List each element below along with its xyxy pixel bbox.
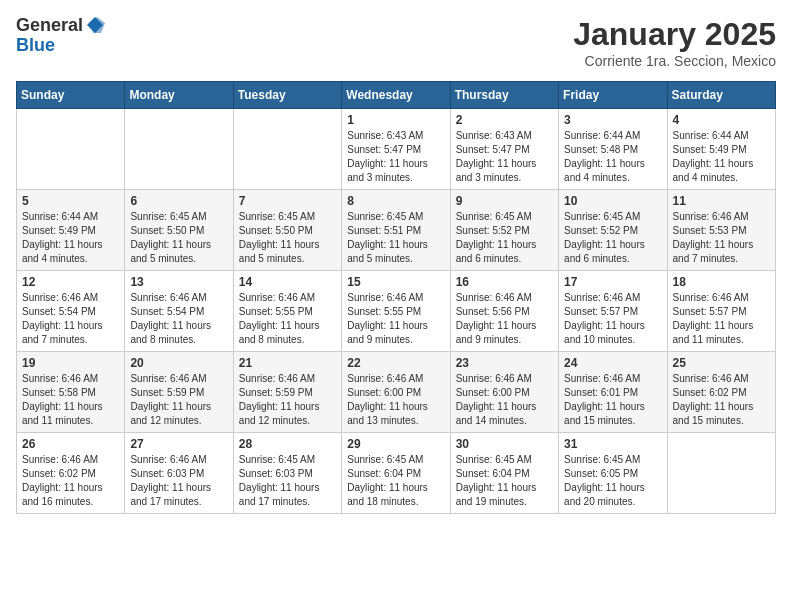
calendar-day-cell: 4Sunrise: 6:44 AMSunset: 5:49 PMDaylight…	[667, 109, 775, 190]
calendar-day-cell: 23Sunrise: 6:46 AMSunset: 6:00 PMDayligh…	[450, 352, 558, 433]
day-number: 30	[456, 437, 553, 451]
day-info: Sunrise: 6:46 AMSunset: 6:00 PMDaylight:…	[347, 372, 444, 428]
calendar-day-cell: 25Sunrise: 6:46 AMSunset: 6:02 PMDayligh…	[667, 352, 775, 433]
calendar-day-cell: 31Sunrise: 6:45 AMSunset: 6:05 PMDayligh…	[559, 433, 667, 514]
calendar-day-cell: 7Sunrise: 6:45 AMSunset: 5:50 PMDaylight…	[233, 190, 341, 271]
day-number: 9	[456, 194, 553, 208]
day-info: Sunrise: 6:46 AMSunset: 5:59 PMDaylight:…	[239, 372, 336, 428]
day-number: 6	[130, 194, 227, 208]
day-info: Sunrise: 6:45 AMSunset: 5:51 PMDaylight:…	[347, 210, 444, 266]
day-info: Sunrise: 6:46 AMSunset: 5:54 PMDaylight:…	[22, 291, 119, 347]
calendar-day-cell: 30Sunrise: 6:45 AMSunset: 6:04 PMDayligh…	[450, 433, 558, 514]
day-info: Sunrise: 6:46 AMSunset: 6:01 PMDaylight:…	[564, 372, 661, 428]
day-number: 18	[673, 275, 770, 289]
calendar-day-cell	[125, 109, 233, 190]
day-of-week-header: Monday	[125, 82, 233, 109]
calendar-day-cell: 17Sunrise: 6:46 AMSunset: 5:57 PMDayligh…	[559, 271, 667, 352]
day-number: 1	[347, 113, 444, 127]
calendar-week-row: 12Sunrise: 6:46 AMSunset: 5:54 PMDayligh…	[17, 271, 776, 352]
day-number: 8	[347, 194, 444, 208]
day-info: Sunrise: 6:46 AMSunset: 5:54 PMDaylight:…	[130, 291, 227, 347]
day-number: 29	[347, 437, 444, 451]
calendar-header-row: SundayMondayTuesdayWednesdayThursdayFrid…	[17, 82, 776, 109]
calendar-day-cell: 1Sunrise: 6:43 AMSunset: 5:47 PMDaylight…	[342, 109, 450, 190]
day-info: Sunrise: 6:45 AMSunset: 5:52 PMDaylight:…	[456, 210, 553, 266]
calendar-day-cell: 18Sunrise: 6:46 AMSunset: 5:57 PMDayligh…	[667, 271, 775, 352]
day-number: 22	[347, 356, 444, 370]
day-info: Sunrise: 6:46 AMSunset: 5:57 PMDaylight:…	[564, 291, 661, 347]
calendar-day-cell	[233, 109, 341, 190]
calendar-day-cell	[667, 433, 775, 514]
day-info: Sunrise: 6:43 AMSunset: 5:47 PMDaylight:…	[347, 129, 444, 185]
day-info: Sunrise: 6:45 AMSunset: 6:03 PMDaylight:…	[239, 453, 336, 509]
day-number: 13	[130, 275, 227, 289]
calendar-day-cell: 12Sunrise: 6:46 AMSunset: 5:54 PMDayligh…	[17, 271, 125, 352]
day-info: Sunrise: 6:45 AMSunset: 6:04 PMDaylight:…	[456, 453, 553, 509]
day-number: 3	[564, 113, 661, 127]
day-info: Sunrise: 6:45 AMSunset: 6:05 PMDaylight:…	[564, 453, 661, 509]
day-info: Sunrise: 6:46 AMSunset: 6:02 PMDaylight:…	[673, 372, 770, 428]
day-number: 10	[564, 194, 661, 208]
day-of-week-header: Friday	[559, 82, 667, 109]
calendar-day-cell: 26Sunrise: 6:46 AMSunset: 6:02 PMDayligh…	[17, 433, 125, 514]
day-number: 11	[673, 194, 770, 208]
calendar-day-cell: 9Sunrise: 6:45 AMSunset: 5:52 PMDaylight…	[450, 190, 558, 271]
day-number: 20	[130, 356, 227, 370]
calendar-day-cell	[17, 109, 125, 190]
calendar-day-cell: 24Sunrise: 6:46 AMSunset: 6:01 PMDayligh…	[559, 352, 667, 433]
page-header: General Blue January 2025 Corriente 1ra.…	[16, 16, 776, 69]
calendar-week-row: 19Sunrise: 6:46 AMSunset: 5:58 PMDayligh…	[17, 352, 776, 433]
day-of-week-header: Saturday	[667, 82, 775, 109]
day-number: 14	[239, 275, 336, 289]
day-info: Sunrise: 6:46 AMSunset: 5:57 PMDaylight:…	[673, 291, 770, 347]
calendar-day-cell: 22Sunrise: 6:46 AMSunset: 6:00 PMDayligh…	[342, 352, 450, 433]
calendar-day-cell: 20Sunrise: 6:46 AMSunset: 5:59 PMDayligh…	[125, 352, 233, 433]
calendar-day-cell: 6Sunrise: 6:45 AMSunset: 5:50 PMDaylight…	[125, 190, 233, 271]
day-number: 21	[239, 356, 336, 370]
day-info: Sunrise: 6:46 AMSunset: 6:00 PMDaylight:…	[456, 372, 553, 428]
day-info: Sunrise: 6:43 AMSunset: 5:47 PMDaylight:…	[456, 129, 553, 185]
day-info: Sunrise: 6:44 AMSunset: 5:48 PMDaylight:…	[564, 129, 661, 185]
calendar-day-cell: 15Sunrise: 6:46 AMSunset: 5:55 PMDayligh…	[342, 271, 450, 352]
day-number: 17	[564, 275, 661, 289]
logo: General Blue	[16, 16, 105, 56]
day-number: 12	[22, 275, 119, 289]
day-info: Sunrise: 6:46 AMSunset: 5:55 PMDaylight:…	[239, 291, 336, 347]
day-number: 7	[239, 194, 336, 208]
day-info: Sunrise: 6:46 AMSunset: 5:53 PMDaylight:…	[673, 210, 770, 266]
day-info: Sunrise: 6:46 AMSunset: 6:03 PMDaylight:…	[130, 453, 227, 509]
day-number: 16	[456, 275, 553, 289]
calendar-day-cell: 14Sunrise: 6:46 AMSunset: 5:55 PMDayligh…	[233, 271, 341, 352]
day-info: Sunrise: 6:46 AMSunset: 5:59 PMDaylight:…	[130, 372, 227, 428]
calendar-table: SundayMondayTuesdayWednesdayThursdayFrid…	[16, 81, 776, 514]
day-number: 28	[239, 437, 336, 451]
day-number: 31	[564, 437, 661, 451]
day-number: 23	[456, 356, 553, 370]
calendar-day-cell: 19Sunrise: 6:46 AMSunset: 5:58 PMDayligh…	[17, 352, 125, 433]
day-of-week-header: Sunday	[17, 82, 125, 109]
calendar-day-cell: 28Sunrise: 6:45 AMSunset: 6:03 PMDayligh…	[233, 433, 341, 514]
day-info: Sunrise: 6:46 AMSunset: 6:02 PMDaylight:…	[22, 453, 119, 509]
logo-blue: Blue	[16, 36, 105, 56]
svg-marker-1	[89, 17, 105, 33]
calendar-day-cell: 8Sunrise: 6:45 AMSunset: 5:51 PMDaylight…	[342, 190, 450, 271]
day-number: 19	[22, 356, 119, 370]
title-block: January 2025 Corriente 1ra. Seccion, Mex…	[573, 16, 776, 69]
calendar-day-cell: 5Sunrise: 6:44 AMSunset: 5:49 PMDaylight…	[17, 190, 125, 271]
calendar-day-cell: 3Sunrise: 6:44 AMSunset: 5:48 PMDaylight…	[559, 109, 667, 190]
day-info: Sunrise: 6:44 AMSunset: 5:49 PMDaylight:…	[22, 210, 119, 266]
logo-general: General	[16, 16, 105, 36]
calendar-week-row: 1Sunrise: 6:43 AMSunset: 5:47 PMDaylight…	[17, 109, 776, 190]
month-title: January 2025	[573, 16, 776, 53]
calendar-day-cell: 10Sunrise: 6:45 AMSunset: 5:52 PMDayligh…	[559, 190, 667, 271]
day-info: Sunrise: 6:45 AMSunset: 6:04 PMDaylight:…	[347, 453, 444, 509]
day-number: 15	[347, 275, 444, 289]
day-number: 25	[673, 356, 770, 370]
day-number: 5	[22, 194, 119, 208]
day-of-week-header: Wednesday	[342, 82, 450, 109]
day-info: Sunrise: 6:45 AMSunset: 5:50 PMDaylight:…	[130, 210, 227, 266]
day-number: 4	[673, 113, 770, 127]
day-of-week-header: Tuesday	[233, 82, 341, 109]
calendar-day-cell: 11Sunrise: 6:46 AMSunset: 5:53 PMDayligh…	[667, 190, 775, 271]
day-number: 26	[22, 437, 119, 451]
